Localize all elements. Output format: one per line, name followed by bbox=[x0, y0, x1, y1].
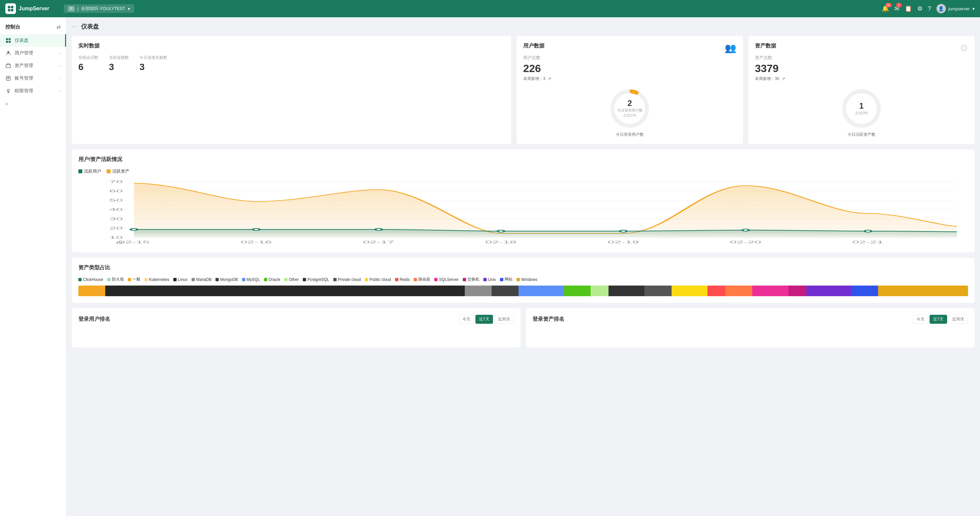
chevron-icon: › bbox=[59, 64, 61, 68]
username: jumpserver bbox=[948, 6, 970, 11]
asset-total-label: 资产总数 bbox=[755, 55, 785, 61]
bar-segment bbox=[671, 285, 708, 296]
org-name-text: 全部组织-YOULYTEST bbox=[81, 6, 125, 12]
user-donut-area: 2 今日登录用户数 占比1% bbox=[523, 87, 736, 130]
bar-segment bbox=[105, 285, 465, 296]
type-legend-item: 网站 bbox=[500, 277, 512, 282]
asset-ranking-header: 登录资产排名 今天 近7天 近30天 bbox=[533, 315, 968, 324]
realtime-card-title: 实时数据 bbox=[78, 43, 504, 49]
svg-text:70: 70 bbox=[109, 180, 123, 184]
notifications-button[interactable]: 🔔 56 bbox=[882, 5, 889, 12]
sidebar-header: 控制台 ⇄ bbox=[0, 20, 66, 34]
tab-7days[interactable]: 近7天 bbox=[476, 315, 493, 324]
user-menu[interactable]: 👤 jumpserver ▾ bbox=[937, 4, 975, 13]
settings-button[interactable]: ⚙ bbox=[917, 5, 923, 12]
svg-rect-0 bbox=[8, 6, 10, 8]
bar-segment bbox=[609, 285, 644, 296]
back-button[interactable]: ← bbox=[72, 24, 77, 30]
sidebar-item-users[interactable]: 用户管理 › bbox=[0, 47, 66, 59]
sidebar-footer-icon[interactable]: ≡ bbox=[0, 97, 66, 111]
user-point bbox=[253, 228, 259, 231]
type-legend-item: MySQL bbox=[242, 277, 260, 282]
help-button[interactable]: ? bbox=[928, 5, 931, 12]
user-point bbox=[375, 228, 382, 231]
top-cards-row: 实时数据 在线会话数 6 当前连接数 3 今日连接失败数 3 bbox=[72, 36, 975, 144]
user-trend-icon: ↗ bbox=[548, 76, 551, 81]
svg-rect-5 bbox=[9, 38, 11, 40]
stat-current-connections: 当前连接数 3 bbox=[109, 55, 129, 72]
user-week-new: 本周新增：3 ↗ bbox=[523, 76, 551, 82]
sidebar-item-label: 仪表盘 bbox=[14, 38, 29, 43]
login-asset-rank-tabs: 今天 近7天 近30天 bbox=[913, 315, 968, 324]
activity-chart-svg: 70 60 50 40 30 20 10 0 bbox=[78, 178, 968, 245]
type-legend-dot bbox=[128, 278, 131, 281]
clipboard-button[interactable]: 📋 bbox=[905, 5, 912, 12]
tab-today[interactable]: 今天 bbox=[913, 315, 928, 324]
chevron-icon: › bbox=[59, 89, 61, 93]
type-legend-item: Windows bbox=[517, 277, 538, 282]
logo-icon bbox=[5, 3, 16, 14]
type-legend-item: Private cloud bbox=[333, 277, 361, 282]
legend-asset-dot bbox=[107, 169, 111, 173]
sidebar-item-accounts[interactable]: 账号管理 › bbox=[0, 72, 66, 85]
bar-segment bbox=[465, 285, 492, 296]
svg-text:02-18: 02-18 bbox=[485, 240, 517, 244]
stats-row: 在线会话数 6 当前连接数 3 今日连接失败数 3 bbox=[78, 55, 504, 72]
chevron-down-icon: ▾ bbox=[128, 6, 130, 11]
org-selector[interactable]: 兲 | 全部组织-YOULYTEST ▾ bbox=[64, 4, 134, 13]
activity-chart-title: 用户/资产活跃情况 bbox=[78, 156, 968, 163]
type-legend-dot bbox=[434, 278, 438, 281]
sidebar-item-assets[interactable]: 资产管理 › bbox=[0, 59, 66, 72]
svg-rect-6 bbox=[6, 41, 8, 43]
tab-30days[interactable]: 近30天 bbox=[948, 315, 968, 324]
dashboard-icon bbox=[5, 38, 11, 43]
type-legend: ClickHouse防火墙一般KubernetesLinuxMariaDBMon… bbox=[78, 277, 968, 282]
user-donut: 2 今日登录用户数 占比1% bbox=[608, 87, 651, 130]
today-active-label-below: 今日活跃资产数 bbox=[755, 132, 968, 137]
svg-text:02-15: 02-15 bbox=[118, 240, 150, 244]
user-data-title: 用户数据 bbox=[523, 43, 551, 49]
type-legend-item: 路由器 bbox=[414, 277, 430, 282]
svg-text:30: 30 bbox=[109, 217, 123, 221]
type-legend-dot bbox=[395, 278, 398, 281]
stat-online-sessions: 在线会话数 6 bbox=[78, 55, 98, 72]
asset-donut-area: 1 占比0% bbox=[755, 87, 968, 130]
type-legend-dot bbox=[145, 278, 148, 281]
tab-today[interactable]: 今天 bbox=[459, 315, 474, 324]
collapse-icon[interactable]: ⇄ bbox=[56, 24, 61, 30]
legend-user: 活跃用户 bbox=[78, 168, 101, 174]
sidebar-item-perms[interactable]: 权限管理 › bbox=[0, 85, 66, 97]
type-legend-item: 防火墙 bbox=[107, 277, 124, 282]
today-login-label: 今日登录用户数 bbox=[617, 108, 643, 113]
svg-text:02-16: 02-16 bbox=[241, 240, 272, 244]
type-legend-item: 交换机 bbox=[463, 277, 479, 282]
type-legend-dot bbox=[192, 278, 195, 281]
messages-badge: 5 bbox=[896, 3, 902, 7]
type-legend-dot bbox=[333, 278, 337, 281]
page-header: ← 仪表盘 bbox=[72, 22, 975, 30]
type-legend-dot bbox=[463, 278, 466, 281]
bar-segment bbox=[644, 285, 671, 296]
type-legend-item: Redis bbox=[395, 277, 410, 282]
svg-rect-3 bbox=[11, 9, 13, 11]
sidebar-item-label: 账号管理 bbox=[14, 75, 33, 81]
sidebar-item-label: 权限管理 bbox=[14, 88, 33, 94]
stat-value: 6 bbox=[78, 62, 98, 72]
tab-7days[interactable]: 近7天 bbox=[929, 315, 947, 324]
today-login-label-below: 今日登录用户数 bbox=[523, 132, 736, 137]
chevron-icon: › bbox=[59, 51, 61, 55]
login-asset-rank-card: 登录资产排名 今天 近7天 近30天 bbox=[526, 308, 975, 348]
svg-point-11 bbox=[8, 77, 9, 79]
svg-rect-4 bbox=[6, 38, 8, 40]
bar-segment bbox=[492, 285, 519, 296]
login-user-rank-title: 登录用户排名 bbox=[78, 316, 110, 323]
type-legend-item: 一般 bbox=[128, 277, 140, 282]
type-legend-item: ClickHouse bbox=[78, 277, 103, 282]
type-bar-chart bbox=[78, 285, 968, 296]
type-legend-dot bbox=[303, 278, 306, 281]
messages-button[interactable]: ✉ 5 bbox=[894, 5, 899, 12]
topnav-right: 🔔 56 ✉ 5 📋 ⚙ ? 👤 jumpserver ▾ bbox=[882, 4, 975, 13]
type-dist-title: 资产类型占比 bbox=[78, 264, 968, 271]
tab-30days[interactable]: 近30天 bbox=[494, 315, 514, 324]
sidebar-item-dashboard[interactable]: 仪表盘 bbox=[0, 34, 66, 47]
